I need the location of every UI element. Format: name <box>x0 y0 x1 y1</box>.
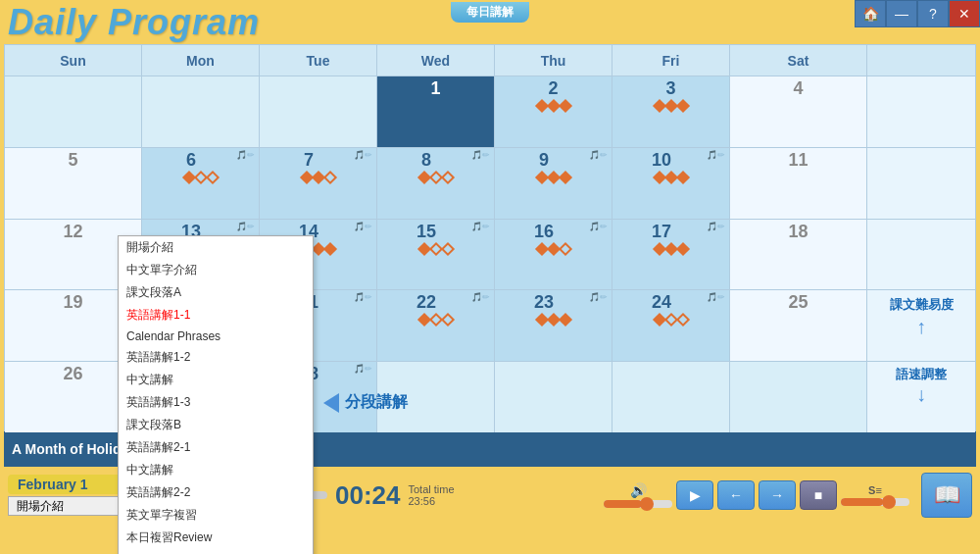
cal-cell-thu-w1[interactable]: 2 <box>495 76 612 147</box>
close-button[interactable]: ✕ <box>949 0 980 27</box>
cal-cell-thu-w2[interactable]: 🎵✏ 9 <box>495 148 612 219</box>
home-button[interactable]: 🏠 <box>855 0 886 27</box>
date-3: 3 <box>616 78 725 99</box>
cal-cell-extra-w5: 語速調整 ↓ <box>867 362 975 432</box>
bundan-label: 分段講解 <box>345 392 408 413</box>
header-extra <box>867 45 975 76</box>
help-button[interactable]: ? <box>917 0 949 27</box>
cal-cell-mon-w2[interactable]: 🎵✏ 6 <box>142 148 260 219</box>
diamonds-23 <box>499 315 608 325</box>
speed-thumb[interactable] <box>882 495 896 509</box>
lesson-dropdown[interactable]: 開場介紹 中文單字介紹 課文段落A 英語講解1-1 Calendar Phras… <box>118 235 314 554</box>
dropdown-item[interactable]: 英語講解1-3 <box>119 391 313 414</box>
yusu-arrow-down: ↓ <box>916 383 926 406</box>
title-program: Program <box>108 2 260 42</box>
dropdown-item[interactable]: Calendar Phrases <box>119 327 313 346</box>
cal-cell-thu-w4[interactable]: 🎵✏ 23 <box>495 290 612 361</box>
total-time: 23:56 <box>409 495 455 507</box>
header-sun: Sun <box>5 45 142 76</box>
date-18: 18 <box>734 222 862 242</box>
dropdown-item[interactable]: 開場介紹 <box>119 236 313 259</box>
cal-cell-wed-w1[interactable]: 1 <box>377 76 495 147</box>
cal-cell-fri-w3[interactable]: 🎵✏ 17 <box>612 220 730 290</box>
dropdown-item[interactable]: More Information <box>119 549 313 554</box>
cal-cell-sat-w2[interactable]: 11 <box>730 148 867 219</box>
next-button[interactable]: → <box>759 480 796 510</box>
current-time: 00:24 <box>335 480 401 511</box>
cal-cell-fri-w1[interactable]: 3 <box>612 76 730 147</box>
cal-cell-wed-w3[interactable]: 🎵✏ 15 <box>377 220 495 290</box>
header-mon: Mon <box>142 45 260 76</box>
dropdown-item[interactable]: 課文段落A <box>119 281 313 304</box>
stop-button[interactable]: ■ <box>800 480 837 510</box>
dropdown-item[interactable]: 英語講解1-2 <box>119 346 313 369</box>
volume-area: 🔊 <box>604 482 672 508</box>
diamonds-22 <box>381 315 490 325</box>
kewen-label: 課文難易度 <box>890 296 954 314</box>
cal-cell-fri-w2[interactable]: 🎵✏ 10 <box>612 148 730 219</box>
cal-cell-sun-w1[interactable] <box>5 76 142 147</box>
cal-cell-tue-w2[interactable]: 🎵✏ 7 <box>260 148 377 219</box>
cal-cell-fri-w4[interactable]: 🎵✏ 24 <box>612 290 730 361</box>
dropdown-item[interactable]: 中文講解 <box>119 459 313 481</box>
title-daily: Daily <box>8 2 108 42</box>
date-4: 4 <box>734 78 862 99</box>
dropdown-item[interactable]: 英語講解2-2 <box>119 481 313 504</box>
dropdown-item[interactable]: 英文單字複習 <box>119 504 313 527</box>
calendar-header: Sun Mon Tue Wed Thu Fri Sat <box>5 45 975 76</box>
dropdown-item[interactable]: 本日複習Review <box>119 527 313 549</box>
volume-thumb[interactable] <box>640 497 654 511</box>
header-fri: Fri <box>612 45 730 76</box>
dropdown-item[interactable]: 英語講解1-1 <box>119 304 313 327</box>
diamonds-6 <box>146 173 255 182</box>
date-1: 1 <box>381 78 490 99</box>
daily-badge: 每日講解 <box>451 2 529 23</box>
cal-cell-extra-w3 <box>867 220 975 290</box>
cal-cell-tue-w1[interactable] <box>260 76 377 147</box>
cal-cell-sat-w3[interactable]: 18 <box>730 220 867 290</box>
speed-icon: S≡ <box>868 484 882 496</box>
volume-slider[interactable] <box>604 500 672 508</box>
header-wed: Wed <box>377 45 495 76</box>
dropdown-item[interactable]: 課文段落B <box>119 414 313 436</box>
calendar-row: 5 🎵✏ 6 🎵✏ 7 🎵 <box>5 148 975 220</box>
speed-area: S≡ <box>841 484 909 506</box>
cal-cell-extra-w1 <box>867 76 975 147</box>
diamond-hollow <box>440 171 454 184</box>
diamonds-15 <box>381 244 490 254</box>
volume-fill <box>604 500 642 508</box>
diamond <box>558 313 571 327</box>
date-25: 25 <box>734 292 862 313</box>
playback-buttons: 🔊 ▶ ← → ■ S≡ <box>604 480 909 510</box>
cal-cell-thu-w3[interactable]: 🎵✏ 16 <box>495 220 612 290</box>
prev-button[interactable]: ← <box>717 480 755 510</box>
app-title: Daily Program <box>8 2 260 43</box>
app-header: Daily Program 每日講解 🏠 — ? ✕ <box>0 0 980 44</box>
window-controls: 🏠 — ? ✕ <box>855 0 980 27</box>
cal-cell-sat-w4[interactable]: 25 <box>730 290 867 361</box>
diamonds-7 <box>264 173 372 182</box>
diamond-hollow <box>675 313 689 327</box>
speed-slider[interactable] <box>841 498 909 506</box>
diamonds-3 <box>616 101 725 111</box>
cal-cell-wed-w4[interactable]: 🎵✏ 22 <box>377 290 495 361</box>
diamonds-24 <box>616 315 725 325</box>
diamonds-9 <box>499 173 608 182</box>
cal-cell-wed-w2[interactable]: 🎵✏ 8 <box>377 148 495 219</box>
diamond-hollow <box>440 242 454 256</box>
cal-cell-mon-w1[interactable] <box>142 76 260 147</box>
diamond <box>322 242 336 256</box>
dropdown-item[interactable]: 英語講解2-1 <box>119 436 313 459</box>
cal-cell-sat-w1[interactable]: 4 <box>730 76 867 147</box>
play-button[interactable]: ▶ <box>676 480 713 510</box>
dropdown-item[interactable]: 中文單字介紹 <box>119 259 313 281</box>
diamond <box>675 99 689 113</box>
date-11: 11 <box>734 150 862 171</box>
book-button[interactable]: 📖 <box>921 473 972 518</box>
total-time-area: Total time 23:56 <box>409 483 455 507</box>
minimize-button[interactable]: — <box>886 0 917 27</box>
diamonds-16 <box>499 244 608 254</box>
cal-cell-sun-w2[interactable]: 5 <box>5 148 142 219</box>
cal-cell-fri-w5 <box>612 362 730 432</box>
dropdown-item[interactable]: 中文講解 <box>119 369 313 391</box>
